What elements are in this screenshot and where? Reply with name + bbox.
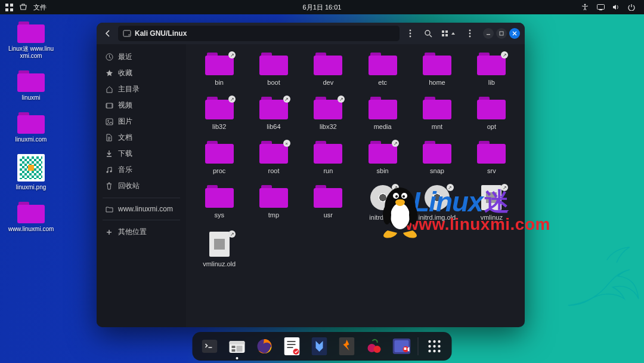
dock-item-metasploit[interactable] <box>308 335 331 358</box>
file-item[interactable]: dev <box>301 53 355 86</box>
desktop-icon[interactable]: www.linuxmi.com <box>7 202 55 233</box>
desktop-icon[interactable]: linuxmi.com <box>7 112 55 143</box>
sidebar-item-label: www.linuxmi.com <box>118 205 173 213</box>
file-item[interactable]: ↗vmlinuz <box>465 185 519 221</box>
dock-item-firefox[interactable] <box>253 335 276 358</box>
maximize-button[interactable] <box>496 28 507 39</box>
file-item[interactable]: ↗lib <box>465 53 519 86</box>
sidebar-item-image[interactable]: 图片 <box>97 113 186 130</box>
svg-rect-0 <box>5 4 8 7</box>
file-item[interactable]: ↗lib64 <box>246 97 301 130</box>
file-item[interactable]: etc <box>355 53 410 86</box>
file-item[interactable]: ↗bin <box>192 53 246 86</box>
file-item[interactable]: run <box>301 141 355 174</box>
sidebar-item-home[interactable]: 主目录 <box>97 81 186 97</box>
path-bar[interactable]: Kali GNU/Linux <box>118 26 400 41</box>
dock-item-terminal[interactable] <box>199 335 221 358</box>
hamburger-menu-button[interactable] <box>463 26 477 41</box>
sidebar-item-folder[interactable]: www.linuxmi.com <box>97 202 186 216</box>
sidebar-item-music[interactable]: 音乐 <box>97 162 186 178</box>
path-menu-button[interactable] <box>403 26 417 41</box>
file-item[interactable]: ↗vmlinuz.old <box>192 232 246 267</box>
svg-rect-25 <box>112 103 113 108</box>
file-item[interactable]: opt <box>465 97 519 130</box>
volume-icon[interactable] <box>612 3 620 11</box>
search-button[interactable] <box>421 26 435 41</box>
file-item[interactable]: home <box>410 53 464 86</box>
svg-rect-20 <box>487 34 490 35</box>
sidebar-item-star[interactable]: 收藏 <box>97 65 186 81</box>
screen-icon[interactable] <box>596 3 605 11</box>
file-item[interactable]: snap <box>410 141 464 174</box>
folder-icon <box>369 53 397 75</box>
close-button[interactable] <box>509 28 520 39</box>
sidebar: 最近收藏主目录视频图片文档下载音乐回收站www.linuxmi.com其他位置 <box>97 44 186 327</box>
file-item-label: sys <box>192 211 246 219</box>
kali-dragon-decoration <box>562 244 639 315</box>
dock-item-text-editor[interactable] <box>281 335 304 358</box>
top-bar: 文件 6月1日 16:01 <box>0 0 644 14</box>
sidebar-item-download[interactable]: 下载 <box>97 146 186 162</box>
activities-icon[interactable] <box>5 3 13 11</box>
accessibility-icon[interactable] <box>581 3 589 11</box>
desktop-icon[interactable]: linuxmi <box>7 70 55 101</box>
sidebar-item-label: 最近 <box>118 52 132 62</box>
svg-point-12 <box>425 30 430 35</box>
file-item[interactable]: usr <box>301 185 355 221</box>
dock-item-recorder[interactable] <box>391 335 413 358</box>
sidebar-item-label: 回收站 <box>118 181 140 191</box>
file-item-label: home <box>410 79 464 86</box>
file-item[interactable]: mnt <box>410 97 464 130</box>
symlink-badge-icon: ↗ <box>283 96 290 103</box>
folder-icon <box>423 141 451 164</box>
svg-rect-42 <box>232 349 236 352</box>
view-toggle-button[interactable] <box>439 26 459 41</box>
file-item-label: proc <box>192 167 246 174</box>
power-icon[interactable] <box>627 3 636 11</box>
file-item[interactable]: proc <box>192 141 246 174</box>
folder-icon <box>423 53 451 75</box>
sidebar-item-plus[interactable]: 其他位置 <box>97 224 186 240</box>
dock-item-cherrytree[interactable] <box>363 335 386 358</box>
dock-item-burp[interactable] <box>336 335 358 358</box>
desktop-icon[interactable]: Linux迷 www.linuxmi.com <box>7 21 55 60</box>
clock[interactable]: 6月1日 16:01 <box>303 3 342 12</box>
desktop-icon-label: Linux迷 www.linuxmi.com <box>7 45 55 60</box>
svg-rect-38 <box>202 340 218 353</box>
svg-point-8 <box>129 35 130 36</box>
app-label[interactable]: 文件 <box>33 3 47 12</box>
svg-rect-41 <box>232 346 236 348</box>
dock-item-files[interactable] <box>226 335 249 358</box>
sidebar-item-video[interactable]: 视频 <box>97 97 186 113</box>
file-item[interactable]: boot <box>246 53 301 86</box>
folder-icon <box>17 202 45 223</box>
file-item[interactable]: ↗libx32 <box>301 97 355 130</box>
file-item[interactable]: ↗initrd.img <box>355 185 410 221</box>
svg-rect-15 <box>442 34 444 36</box>
file-item[interactable]: ↗lib32 <box>192 97 246 130</box>
file-item-label: opt <box>465 123 519 130</box>
symlink-badge-icon: ↗ <box>501 51 508 59</box>
file-item[interactable]: ↗sbin <box>355 141 410 174</box>
dock <box>193 332 452 361</box>
file-item[interactable]: ↗initrd.img.old <box>410 185 464 221</box>
file-item[interactable]: tmp <box>246 185 301 221</box>
file-item[interactable]: sys <box>192 185 246 221</box>
file-item[interactable]: srv <box>465 141 519 174</box>
app-indicator-icon[interactable] <box>19 3 27 11</box>
minimize-button[interactable] <box>483 28 494 39</box>
file-item[interactable]: media <box>355 97 410 130</box>
sidebar-item-doc[interactable]: 文档 <box>97 130 186 146</box>
folder-icon <box>205 185 234 208</box>
file-item[interactable]: ×root <box>246 141 301 174</box>
file-item-label: root <box>246 167 301 174</box>
sidebar-item-trash[interactable]: 回收站 <box>97 178 186 194</box>
desktop-icon[interactable]: linuxmi.png <box>7 154 55 191</box>
home-icon <box>105 85 113 94</box>
svg-rect-16 <box>445 34 448 36</box>
back-button[interactable] <box>101 27 114 40</box>
sidebar-item-clock[interactable]: 最近 <box>97 49 186 65</box>
show-apps-button[interactable] <box>423 335 446 358</box>
sidebar-item-label: 其他位置 <box>118 227 147 237</box>
folder-icon <box>314 141 342 164</box>
